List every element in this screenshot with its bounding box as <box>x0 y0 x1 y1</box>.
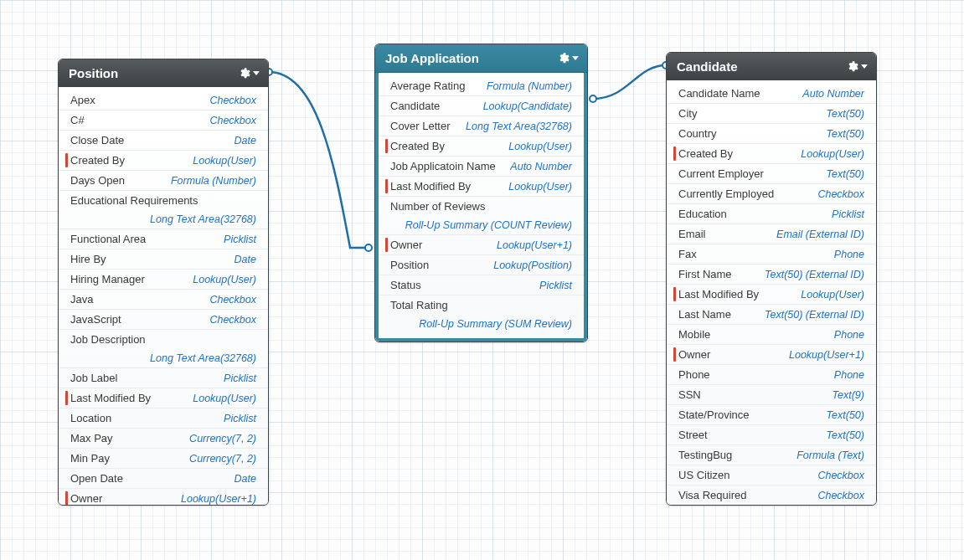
field-type: Lookup(Position) <box>493 259 572 271</box>
field-name: Last Modified By <box>678 288 759 301</box>
field-name: SSN <box>678 388 701 401</box>
field-row[interactable]: Educational RequirementsLong Text Area(3… <box>59 191 268 229</box>
field-type: Picklist <box>224 234 256 245</box>
field-row[interactable]: Open DateDate <box>59 469 268 489</box>
field-row[interactable]: Last Modified ByLookup(User) <box>379 177 584 197</box>
field-type: Currency(7, 2) <box>189 453 256 465</box>
field-row[interactable]: C#Checkbox <box>59 110 268 131</box>
field-type: Checkbox <box>817 188 864 200</box>
entity-candidate-menu-button[interactable] <box>846 60 868 73</box>
field-row[interactable]: OwnerLookup(User+1) <box>59 489 268 506</box>
field-type: Lookup(User) <box>193 155 256 167</box>
field-row[interactable]: StreetText(50) <box>667 425 876 445</box>
field-row[interactable]: Job LabelPicklist <box>59 368 268 388</box>
field-row[interactable]: PositionLookup(Position) <box>379 255 584 275</box>
field-name: Number of Reviews <box>390 200 485 213</box>
field-row[interactable]: Current EmployerText(50) <box>667 164 876 184</box>
field-row[interactable]: Created ByLookup(User) <box>59 151 268 171</box>
field-name: Owner <box>70 492 102 505</box>
field-row[interactable]: JavaScriptCheckbox <box>59 310 268 330</box>
field-row[interactable]: Last NameText(50) (External ID) <box>667 305 876 325</box>
entity-candidate[interactable]: Candidate Candidate NameAuto NumberCityT… <box>666 52 877 506</box>
field-row[interactable]: Candidate NameAuto Number <box>667 84 876 104</box>
field-type: Roll-Up Summary (COUNT Review) <box>390 219 572 231</box>
entity-job-application-header[interactable]: Job Application <box>375 44 587 73</box>
field-name: First Name <box>678 268 732 280</box>
field-type: Email (External ID) <box>776 229 864 240</box>
field-row[interactable]: TestingBugFormula (Text) <box>667 445 876 465</box>
field-type: Text(9) <box>833 389 864 401</box>
field-row[interactable]: Created ByLookup(User) <box>379 136 584 157</box>
field-row[interactable]: Visa RequiredCheckbox <box>667 486 876 506</box>
field-name: Email <box>678 228 706 240</box>
field-name: Location <box>70 412 111 424</box>
field-row[interactable]: Close DateDate <box>59 131 268 151</box>
field-name: Last Name <box>678 308 731 321</box>
field-row[interactable]: PhonePhone <box>667 365 876 385</box>
field-name: Candidate <box>390 100 440 112</box>
field-row[interactable]: Hiring ManagerLookup(User) <box>59 270 268 290</box>
field-row[interactable]: Average RatingFormula (Number) <box>379 76 584 96</box>
field-name: Open Date <box>70 472 123 485</box>
field-row[interactable]: Max PayCurrency(7, 2) <box>59 429 268 449</box>
entity-candidate-body: Candidate NameAuto NumberCityText(50)Cou… <box>667 80 876 506</box>
field-row[interactable]: OwnerLookup(User+1) <box>379 235 584 255</box>
field-name: Visa Required <box>678 489 746 501</box>
field-row[interactable]: Job Applicatoin NameAuto Number <box>379 157 584 177</box>
field-row[interactable]: CityText(50) <box>667 104 876 124</box>
entity-position[interactable]: Position ApexCheckboxC#CheckboxClose Dat… <box>58 59 269 506</box>
field-type: Phone <box>834 329 864 341</box>
field-row[interactable]: EducationPicklist <box>667 204 876 224</box>
field-row[interactable]: State/ProvinceText(50) <box>667 405 876 425</box>
field-row[interactable]: Currently EmployedCheckbox <box>667 184 876 204</box>
field-type: Date <box>235 473 256 485</box>
field-type: Date <box>235 254 256 265</box>
entity-job-application-title: Job Application <box>385 51 479 65</box>
field-name: Created By <box>678 147 733 160</box>
field-name: Apex <box>70 94 95 106</box>
field-row[interactable]: Hire ByDate <box>59 249 268 270</box>
field-name: Hire By <box>70 253 106 265</box>
gear-icon <box>846 60 858 73</box>
field-row[interactable]: Min PayCurrency(7, 2) <box>59 449 268 469</box>
field-row[interactable]: FaxPhone <box>667 244 876 265</box>
field-row[interactable]: LocationPicklist <box>59 408 268 429</box>
field-row[interactable]: MobilePhone <box>667 325 876 345</box>
field-type: Text(50) <box>827 128 864 140</box>
entity-position-menu-button[interactable] <box>238 67 260 80</box>
field-row[interactable]: CandidateLookup(Candidate) <box>379 96 584 116</box>
field-row[interactable]: OwnerLookup(User+1) <box>667 345 876 365</box>
field-name: JavaScript <box>70 313 121 326</box>
field-row[interactable]: Created ByLookup(User) <box>667 144 876 164</box>
field-type: Lookup(User+1) <box>789 349 864 361</box>
field-type: Phone <box>834 249 864 260</box>
field-row[interactable]: Last Modified ByLookup(User) <box>667 285 876 305</box>
entity-job-application-menu-button[interactable] <box>557 52 579 64</box>
field-row[interactable]: EmailEmail (External ID) <box>667 224 876 244</box>
field-type: Lookup(User) <box>508 181 572 193</box>
field-type: Checkbox <box>209 314 256 326</box>
field-row[interactable]: ApexCheckbox <box>59 90 268 110</box>
field-row[interactable]: Last Modified ByLookup(User) <box>59 388 268 408</box>
entity-position-header[interactable]: Position <box>59 59 268 87</box>
field-row[interactable]: Job DescriptionLong Text Area(32768) <box>59 330 268 368</box>
field-row[interactable]: First NameText(50) (External ID) <box>667 265 876 285</box>
field-row[interactable]: US CitizenCheckbox <box>667 465 876 486</box>
field-type: Checkbox <box>209 95 256 106</box>
field-type: Text(50) (External ID) <box>765 269 864 280</box>
field-name: Functional Area <box>70 233 146 245</box>
entity-candidate-header[interactable]: Candidate <box>667 53 876 80</box>
field-name: Cover Letter <box>390 120 451 132</box>
field-row[interactable]: SSNText(9) <box>667 385 876 405</box>
field-row[interactable]: Number of ReviewsRoll-Up Summary (COUNT … <box>379 197 584 235</box>
field-row[interactable]: CountryText(50) <box>667 124 876 144</box>
field-row[interactable]: Days OpenFormula (Number) <box>59 171 268 191</box>
field-name: Currently Employed <box>678 188 774 200</box>
field-row[interactable]: JavaCheckbox <box>59 290 268 310</box>
field-row[interactable]: Cover LetterLong Text Area(32768) <box>379 116 584 136</box>
entity-job-application[interactable]: Job Application Average RatingFormula (N… <box>374 44 588 342</box>
field-row[interactable]: StatusPicklist <box>379 275 584 295</box>
field-type: Date <box>235 135 256 146</box>
field-row[interactable]: Functional AreaPicklist <box>59 229 268 249</box>
field-row[interactable]: Total RatingRoll-Up Summary (SUM Review) <box>379 295 584 333</box>
